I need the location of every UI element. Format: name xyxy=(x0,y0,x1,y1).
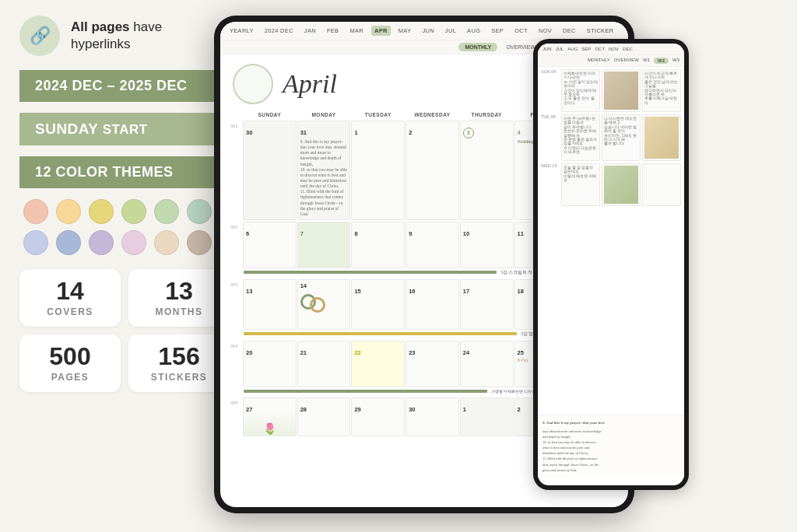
cal-cell-31prev[interactable]: 31 9. And this is my prayer: that your l… xyxy=(297,121,351,220)
t2-nav-sep[interactable]: SEP xyxy=(581,47,591,51)
t2-nav-oct[interactable]: OCT xyxy=(595,47,605,51)
t2-wed-cell2[interactable] xyxy=(602,163,641,206)
t2-subnav-w2[interactable]: W2 xyxy=(654,58,669,64)
cal-cell-22[interactable]: 22 xyxy=(351,341,405,387)
cell-num: 10 xyxy=(463,230,469,237)
t2-nav-jul[interactable]: JUL xyxy=(556,47,564,51)
cell-num: 2 xyxy=(409,129,412,136)
nav-dec[interactable]: DEC xyxy=(560,26,579,36)
nav-jan[interactable]: JAN xyxy=(301,26,319,36)
cal-cell-28[interactable]: 28 xyxy=(297,397,351,436)
cal-cell-8[interactable]: 8 xyxy=(351,222,405,268)
t2-tue-cell2[interactable]: 나 다시한번 재도전을 해보고싶습니다 여러번 멈춰야 할 것이보이지만 그래도… xyxy=(602,114,641,161)
t2-cell-text-2: 시간이 비교적 빠르게 지나가며좋은 것만 남게 되는 그날을생각하면서 당신의… xyxy=(644,72,679,105)
tablet2-outer: JUN JUL AUG SEP OCT NOV DEC MONTHLY OVER… xyxy=(533,39,689,490)
subnav-monthly[interactable]: MONTHLY xyxy=(458,43,497,51)
cal-cell-27[interactable]: 27 🌷 xyxy=(243,397,297,436)
left-panel: 🔗 All pages havehyperlinks 2024 DEC – 20… xyxy=(0,0,241,532)
nav-feb[interactable]: FEB xyxy=(324,26,342,36)
t2-wed-cell3[interactable] xyxy=(642,163,681,206)
scripture-num: 9. And this is my prayer: that your love xyxy=(542,420,679,426)
t2-subnav-w1[interactable]: W1 xyxy=(643,58,650,64)
t2-wed-label: WED 15 xyxy=(541,163,560,206)
stats-grid: 14 COVERS 13 MONTHS 500 PAGES 156 STICKE… xyxy=(19,269,230,392)
cal-cell-3[interactable]: 3 xyxy=(460,121,514,220)
t2-nav-aug[interactable]: AUG xyxy=(567,47,578,51)
swatch-mint xyxy=(154,199,179,224)
cal-cell-21[interactable]: 21 xyxy=(297,341,351,387)
cell-num: 9 xyxy=(409,230,412,237)
cal-cell-2[interactable]: 2 xyxy=(406,121,459,220)
t2-subnav-monthly[interactable]: MONTHLY xyxy=(588,58,610,64)
t2-sun-cell3[interactable]: 시간이 비교적 빠르게 지나가며좋은 것만 남게 되는 그날을생각하면서 당신의… xyxy=(642,69,681,112)
cell-num-circled: 3 xyxy=(463,128,474,138)
start-label: START xyxy=(99,122,148,137)
cal-cell-6[interactable]: 6 xyxy=(243,222,297,268)
header-wed: WEDNESDAY xyxy=(406,110,459,119)
tablet2-nav[interactable]: JUN JUL AUG SEP OCT NOV DEC xyxy=(538,44,684,55)
swatch-lime xyxy=(89,199,114,224)
cal-cell-1[interactable]: 1 xyxy=(351,121,405,220)
nav-sticker[interactable]: STICKER xyxy=(584,26,617,36)
nav-may[interactable]: MAY xyxy=(395,26,415,36)
cell-num: 8 xyxy=(354,230,357,237)
nav-mar[interactable]: MAR xyxy=(346,26,367,36)
cell-prayer-text: 9. And this is my prayer: that your love… xyxy=(300,139,348,217)
cal-cell-24[interactable]: 24 xyxy=(460,341,514,387)
t2-tue-cell1[interactable]: 이번 주 (00유형) 면접을 다음과같이 하려합니다천천히 준비한 뒤에 실행… xyxy=(561,114,600,161)
week-label-3: W3 xyxy=(226,279,242,330)
swatch-blue xyxy=(56,230,81,255)
nav-jul[interactable]: JUL xyxy=(442,26,459,36)
cal-cell-23[interactable]: 23 xyxy=(406,341,459,387)
scripture-text: may abound more and more in knowledgeand… xyxy=(542,429,679,474)
cal-cell-20[interactable]: 20 xyxy=(243,341,297,387)
link-icon: 🔗 xyxy=(19,16,60,56)
t2-sun-cell1[interactable]: 수채화아반천 이야기 다라면10. 이런 말이 있는데 보아라그것이 당신에게 … xyxy=(561,69,600,112)
cal-cell-29[interactable]: 29 xyxy=(351,397,405,436)
nav-oct[interactable]: OCT xyxy=(511,26,531,36)
nav-yearly[interactable]: YEARLY xyxy=(226,26,257,36)
t2-tue-label: TUE 08 xyxy=(541,114,560,161)
nav-nov[interactable]: NOV xyxy=(535,26,555,36)
t2-nav-nov[interactable]: NOV xyxy=(609,47,619,51)
covers-number: 14 xyxy=(56,278,84,303)
cal-cell-10[interactable]: 10 xyxy=(460,222,514,268)
cell-num: 30 xyxy=(246,129,252,136)
nav-aug[interactable]: AUG xyxy=(464,26,483,36)
t2-wed-cell1[interactable]: 오늘 할 일 없을것 같은데요이렇게 해보면 어때요 xyxy=(561,163,600,206)
cell-num: 16 xyxy=(409,288,415,295)
cell-num: 6 xyxy=(246,230,249,237)
nav-sep[interactable]: SEP xyxy=(488,26,507,36)
t2-tue-cell3[interactable] xyxy=(642,114,681,161)
cal-cell-30prev[interactable]: 30 xyxy=(243,121,297,220)
stickers-label: STICKERS xyxy=(151,372,208,383)
hyperlinks-text: All pages havehyperlinks xyxy=(71,19,162,53)
cal-cell-9[interactable]: 9 xyxy=(406,222,459,268)
t2-tue-text2: 나 다시한번 재도전을 해보고싶습니다 여러번 멈춰야 할 것이보이지만 그래도… xyxy=(604,117,638,146)
cell-num: 23 xyxy=(409,349,415,356)
week-label-5: W5 xyxy=(226,397,242,436)
cal-cell-1next[interactable]: 1 xyxy=(460,397,514,436)
stickers-number: 156 xyxy=(158,344,199,369)
swatch-tan xyxy=(187,230,212,255)
cal-cell-13[interactable]: 13 xyxy=(243,279,297,330)
cal-cell-30[interactable]: 30 xyxy=(406,397,459,436)
t2-thumb xyxy=(604,72,638,110)
t2-subnav-overview[interactable]: OVERVIEW xyxy=(614,58,639,64)
t2-sun-cell2[interactable] xyxy=(602,69,641,112)
nav-apr[interactable]: APR xyxy=(371,26,391,36)
cal-nav[interactable]: YEARLY 2024 DEC JAN FEB MAR APR MAY JUN … xyxy=(220,22,628,40)
t2-nav-jun[interactable]: JUN xyxy=(542,47,552,51)
t2-nav-dec[interactable]: DEC xyxy=(623,47,633,51)
nav-2024dec[interactable]: 2024 DEC xyxy=(262,26,297,36)
cal-cell-7[interactable]: 7 xyxy=(297,222,351,268)
nav-jun[interactable]: JUN xyxy=(419,26,437,36)
t2-subnav-w3[interactable]: W3 xyxy=(672,58,679,64)
tablet2-subnav[interactable]: MONTHLY OVERVIEW W1 W2 W3 xyxy=(538,55,684,67)
cal-cell-14[interactable]: 14 xyxy=(297,279,351,330)
cal-cell-16[interactable]: 16 xyxy=(406,279,459,330)
cal-cell-17[interactable]: 17 xyxy=(460,279,514,330)
swatch-yellow xyxy=(56,199,81,224)
hyperlinks-row: 🔗 All pages havehyperlinks xyxy=(19,16,162,56)
cal-cell-15[interactable]: 15 xyxy=(351,279,405,330)
